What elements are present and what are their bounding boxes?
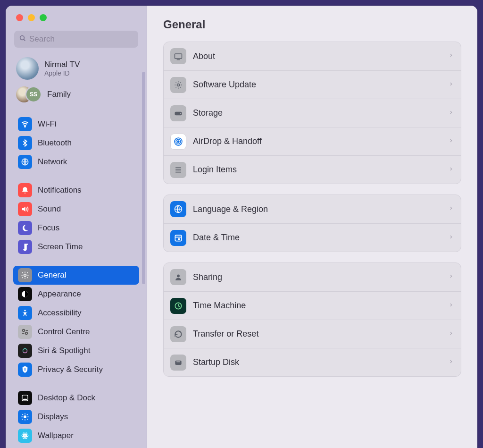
svg-point-7 — [23, 330, 25, 332]
siri-icon — [18, 344, 32, 358]
account-subtitle: Apple ID — [44, 69, 80, 77]
sidebar-item-accessibility[interactable]: Accessibility — [13, 304, 139, 322]
screentime-icon — [18, 240, 32, 254]
svg-point-34 — [180, 113, 181, 114]
sidebar-item-label: Notifications — [38, 186, 82, 195]
main-content: General AboutSoftware UpdateStorageAirDr… — [147, 6, 477, 448]
row-label: Language & Region — [193, 204, 449, 214]
appearance-icon — [18, 287, 32, 301]
sidebar-item-wallpaper[interactable]: Wallpaper — [13, 426, 139, 445]
svg-point-11 — [22, 347, 29, 355]
sidebar-item-appearance[interactable]: Appearance — [13, 285, 139, 304]
row-startup[interactable]: Startup Disk — [164, 348, 461, 376]
svg-line-1 — [24, 39, 25, 41]
row-airdrop[interactable]: AirDrop & Handoff — [164, 127, 461, 155]
settings-window: Nirmal TV Apple ID SS Family Wi-FiBlueto… — [6, 6, 477, 448]
sidebar-item-wifi[interactable]: Wi-Fi — [13, 115, 139, 134]
chevron-right-icon — [449, 80, 453, 90]
sidebar-item-label: Network — [38, 157, 67, 167]
chevron-right-icon — [449, 330, 453, 339]
swupdate-icon — [170, 77, 186, 93]
svg-point-32 — [177, 84, 180, 86]
row-about[interactable]: About — [164, 42, 461, 70]
svg-point-2 — [25, 126, 25, 127]
chevron-right-icon — [449, 358, 453, 367]
timemach-icon — [170, 298, 186, 314]
svg-line-25 — [27, 414, 28, 415]
storage-icon — [170, 105, 186, 121]
svg-rect-42 — [175, 235, 181, 241]
sidebar-item-bluetooth[interactable]: Bluetooth — [13, 134, 139, 152]
svg-point-17 — [24, 415, 26, 418]
row-label: Time Machine — [193, 301, 449, 311]
sidebar-item-label: Accessibility — [38, 308, 82, 318]
svg-point-4 — [24, 274, 26, 277]
sidebar-item-controlcentre[interactable]: Control Centre — [13, 322, 139, 341]
sidebar-item-focus[interactable]: Focus — [13, 219, 139, 237]
desktopdock-icon — [18, 391, 32, 405]
sidebar-item-label: Wallpaper — [38, 431, 74, 440]
sidebar-item-label: Privacy & Security — [38, 365, 103, 374]
search-field[interactable] — [14, 31, 138, 48]
sidebar-item-displays[interactable]: Displays — [13, 407, 139, 426]
svg-line-22 — [22, 414, 23, 415]
avatar — [16, 57, 39, 80]
sound-icon — [18, 202, 32, 216]
svg-point-35 — [177, 141, 179, 143]
settings-panel: Language & RegionDate & Time — [163, 194, 461, 252]
notifications-icon — [18, 183, 32, 197]
general-icon — [18, 268, 32, 282]
sidebar-item-label: Focus — [38, 223, 59, 233]
row-label: Storage — [193, 108, 449, 118]
family-avatars: SS — [16, 86, 42, 102]
svg-point-9 — [25, 332, 28, 335]
chevron-right-icon — [449, 165, 453, 175]
sidebar-item-sound[interactable]: Sound — [13, 200, 139, 219]
sidebar-item-label: Sound — [38, 204, 61, 214]
close-window-button[interactable] — [16, 14, 23, 21]
chevron-right-icon — [449, 204, 453, 214]
about-icon — [170, 48, 186, 64]
sidebar-item-notifications[interactable]: Notifications — [13, 181, 139, 200]
row-login[interactable]: Login Items — [164, 155, 461, 184]
sidebar-item-appleid[interactable]: Nirmal TV Apple ID — [13, 54, 139, 83]
row-sharing[interactable]: Sharing — [164, 263, 461, 291]
chevron-right-icon — [449, 137, 453, 146]
row-language[interactable]: Language & Region — [164, 195, 461, 223]
svg-rect-48 — [176, 361, 180, 362]
svg-line-23 — [27, 419, 28, 420]
svg-line-24 — [22, 419, 23, 420]
fullscreen-window-button[interactable] — [40, 14, 47, 21]
sidebar-item-siri[interactable]: Siri & Spotlight — [13, 341, 139, 360]
sidebar-scrollbar[interactable] — [142, 72, 145, 284]
account-name: Nirmal TV — [44, 60, 80, 69]
sidebar-item-family[interactable]: SS Family — [13, 84, 139, 105]
row-datetime[interactable]: Date & Time — [164, 223, 461, 252]
row-transfer[interactable]: Transfer or Reset — [164, 320, 461, 348]
svg-rect-14 — [25, 368, 25, 371]
sidebar-item-label: Displays — [38, 412, 68, 422]
chevron-right-icon — [449, 51, 453, 61]
network-icon — [18, 155, 32, 169]
sidebar-item-privacy[interactable]: Privacy & Security — [13, 360, 139, 379]
minimize-window-button[interactable] — [28, 14, 35, 21]
privacy-icon — [18, 363, 32, 377]
sidebar-item-label: Control Centre — [38, 327, 90, 337]
svg-rect-30 — [175, 54, 182, 59]
row-storage[interactable]: Storage — [164, 99, 461, 127]
sidebar-item-desktopdock[interactable]: Desktop & Dock — [13, 389, 139, 407]
transfer-icon — [170, 326, 186, 342]
row-timemach[interactable]: Time Machine — [164, 291, 461, 320]
wifi-icon — [18, 117, 32, 131]
sidebar-item-general[interactable]: General — [13, 266, 139, 285]
sidebar-item-screentime[interactable]: Screen Time — [13, 237, 139, 256]
page-title: General — [163, 18, 461, 31]
search-input[interactable] — [29, 34, 133, 44]
row-swupdate[interactable]: Software Update — [164, 70, 461, 99]
row-label: Date & Time — [193, 233, 449, 243]
controlcentre-icon — [18, 325, 32, 339]
sidebar-item-network[interactable]: Network — [13, 152, 139, 171]
family-badge: SS — [25, 86, 42, 102]
startup-icon — [170, 355, 186, 371]
settings-panel: AboutSoftware UpdateStorageAirDrop & Han… — [163, 42, 461, 184]
